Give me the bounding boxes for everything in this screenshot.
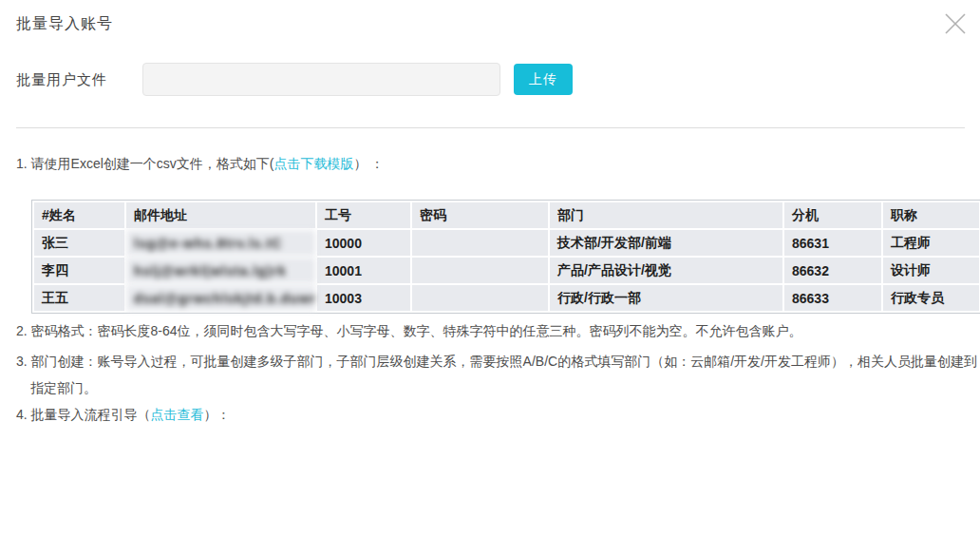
cell-empid: 10001 (317, 258, 410, 283)
cell-name: 张三 (34, 230, 124, 256)
instruction-item-1: 1. 请使用Excel创建一个csv文件，格式如下(点击下载模版） ： (16, 150, 980, 177)
col-header-title: 职称 (883, 202, 979, 228)
table-row: 王五 dsal@grwchlskjtd.b.duwr 10003 行政/行政一部… (34, 285, 979, 311)
upload-button[interactable]: 上传 (514, 64, 573, 95)
close-button[interactable] (940, 10, 971, 40)
instruction-4-text: 4. 批量导入流程引导（ (16, 407, 151, 422)
cell-title: 工程师 (883, 230, 979, 256)
table-header-row: #姓名 邮件地址 工号 密码 部门 分机 职称 (34, 202, 979, 228)
cell-ext: 86631 (784, 230, 881, 256)
table-row: 张三 lsg@e-whs.8trv.ls.tC 10000 技术部/开发部/前端… (34, 230, 979, 256)
instruction-item-3: 3. 部门创建：账号导入过程，可批量创建多级子部门，子部门层级创建关系，需要按照… (16, 348, 980, 401)
col-header-ext: 分机 (784, 202, 881, 228)
col-header-password: 密码 (412, 202, 548, 228)
cell-title: 行政专员 (883, 285, 979, 311)
cell-password (412, 285, 548, 311)
cell-empid: 10000 (317, 230, 410, 256)
cell-empid: 10003 (317, 285, 410, 311)
instruction-item-4: 4. 批量导入流程引导（点击查看）： (16, 401, 980, 428)
cell-dept: 产品/产品设计/视觉 (550, 258, 782, 283)
file-path-input[interactable] (142, 63, 500, 96)
cell-title: 设计师 (883, 258, 979, 283)
col-header-empid: 工号 (317, 202, 410, 228)
cell-ext: 86632 (784, 258, 881, 283)
cell-email-redacted: dsal@grwchlskjtd.b.duwr (126, 285, 315, 311)
instruction-1-text: 1. 请使用Excel创建一个csv文件，格式如下( (16, 156, 273, 171)
cell-password (412, 258, 548, 283)
cell-password (412, 230, 548, 256)
col-header-name: #姓名 (34, 202, 124, 228)
csv-format-sample-table: #姓名 邮件地址 工号 密码 部门 分机 职称 张三 lsg@e-whs.8tr… (31, 200, 980, 314)
table-row: 李四 hslj@wrkl(wlsta.lg)rk 10001 产品/产品设计/视… (34, 258, 979, 283)
col-header-dept: 部门 (550, 202, 782, 228)
cell-name: 李四 (34, 258, 124, 283)
cell-name: 王五 (34, 285, 124, 311)
cell-dept: 行政/行政一部 (550, 285, 782, 311)
instruction-item-2: 2. 密码格式：密码长度8-64位，须同时包含大写字母、小写字母、数字、特殊字符… (16, 317, 980, 344)
view-guide-link[interactable]: 点击查看 (151, 407, 204, 422)
instruction-1-suffix: ） ： (353, 156, 384, 171)
close-icon (942, 10, 969, 37)
col-header-email: 邮件地址 (126, 202, 315, 228)
batch-import-dialog: 批量导入账号 批量用户文件 上传 1. 请使用Excel创建一个csv文件，格式… (0, 0, 980, 556)
download-template-link[interactable]: 点击下载模版 (273, 156, 353, 171)
page-title: 批量导入账号 (16, 14, 113, 34)
cell-dept: 技术部/开发部/前端 (550, 230, 782, 256)
instruction-4-suffix: ）： (204, 407, 231, 422)
cell-ext: 86633 (784, 285, 881, 311)
section-divider (16, 127, 965, 128)
cell-email-redacted: lsg@e-whs.8trv.ls.tC (126, 230, 315, 256)
batch-user-file-label: 批量用户文件 (16, 71, 107, 89)
cell-email-redacted: hslj@wrkl(wlsta.lg)rk (126, 258, 315, 283)
